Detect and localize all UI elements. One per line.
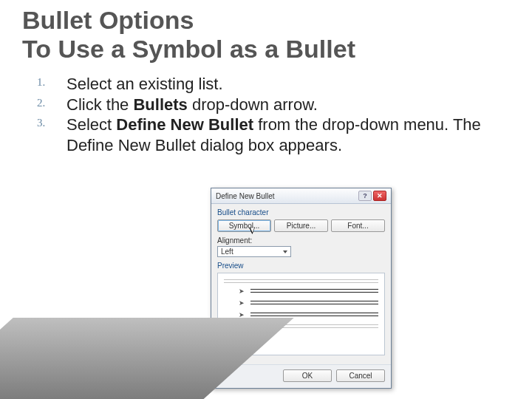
preview-text-line xyxy=(250,289,378,290)
preview-label: Preview xyxy=(217,262,385,270)
picture-button[interactable]: Picture... xyxy=(274,219,328,232)
preview-grey-line xyxy=(224,282,378,283)
step-3-text-a: Select xyxy=(66,115,116,134)
preview-bullet-icon: ➤ xyxy=(239,288,245,295)
close-button[interactable]: ✕ xyxy=(373,191,386,201)
alignment-combo[interactable]: Left xyxy=(217,246,291,257)
preview-list-item: ➤ xyxy=(239,289,378,295)
bullet-character-label: Bullet character xyxy=(217,208,385,216)
step-3-bold: Define New Bullet xyxy=(116,115,253,134)
preview-list-item: ➤ xyxy=(239,301,378,307)
step-3: Select Define New Bullet from the drop-d… xyxy=(37,115,502,155)
preview-text-line xyxy=(250,313,378,313)
ok-button[interactable]: OK xyxy=(283,369,332,382)
alignment-label: Alignment: xyxy=(217,236,385,245)
window-buttons: ? ✕ xyxy=(358,191,386,201)
symbol-button[interactable]: Symbol... xyxy=(217,219,271,232)
step-1: Select an existing list. xyxy=(37,74,502,95)
cancel-button[interactable]: Cancel xyxy=(336,369,385,382)
preview-text-line xyxy=(250,304,378,304)
font-button[interactable]: Font... xyxy=(331,219,385,232)
alignment-value: Left xyxy=(221,248,233,256)
step-2-text-c: drop-down arrow. xyxy=(188,95,318,114)
preview-text-line xyxy=(250,316,378,316)
help-button[interactable]: ? xyxy=(358,191,372,201)
preview-grey-line xyxy=(224,279,378,280)
title-line-2: To Use a Symbol as a Bullet xyxy=(22,35,355,63)
preview-text-line xyxy=(250,292,378,293)
preview-text-line xyxy=(250,301,378,301)
step-1-text: Select an existing list. xyxy=(66,75,223,93)
title-line-1: Bullet Options xyxy=(22,6,194,34)
bullet-character-buttons: Symbol... Picture... Font... xyxy=(217,219,385,232)
chevron-down-icon xyxy=(283,250,287,253)
step-2-bold: Bullets xyxy=(133,95,187,114)
step-2-text-a: Click the xyxy=(66,95,133,114)
slide-body: Select an existing list. Click the Bulle… xyxy=(0,66,532,155)
numbered-list: Select an existing list. Click the Bulle… xyxy=(37,74,502,155)
dialog-titlebar[interactable]: Define New Bullet ? ✕ xyxy=(211,188,391,204)
step-2: Click the Bullets drop-down arrow. xyxy=(37,95,502,115)
preview-bullet-icon: ➤ xyxy=(239,300,245,307)
dialog-title: Define New Bullet xyxy=(216,192,274,200)
slide-title: Bullet Options To Use a Symbol as a Bull… xyxy=(0,0,532,66)
